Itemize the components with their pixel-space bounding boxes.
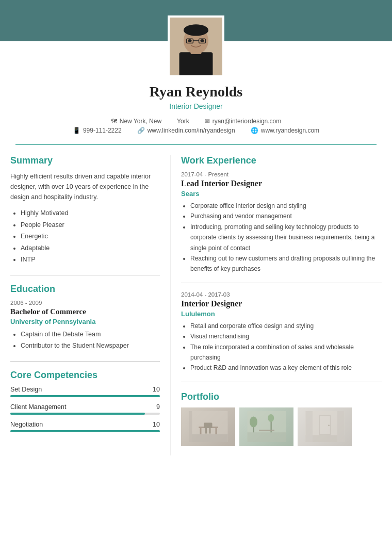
- portfolio-title: Portfolio: [181, 391, 382, 402]
- contact-email: ✉ ryan@interiordesign.com: [205, 118, 282, 125]
- full-name: Ryan Reynolds: [0, 84, 392, 100]
- competency-set-design: Set Design 10: [10, 386, 160, 397]
- competency-set-design-bar-fill: [10, 395, 160, 397]
- portfolio-divider: [181, 382, 382, 382]
- work-bullets-1: Corporate office interior design and sty…: [181, 201, 382, 274]
- work-company-2: Lululemon: [181, 310, 382, 318]
- location-icon: 🗺: [111, 118, 117, 125]
- work-dates-1: 2017-04 - Present: [181, 171, 382, 177]
- svg-rect-29: [305, 411, 313, 442]
- contact-location: 🗺 New York, New: [111, 118, 161, 125]
- trait-3: Energetic: [21, 231, 160, 242]
- svg-point-22: [250, 417, 257, 428]
- svg-rect-18: [209, 428, 210, 434]
- svg-rect-25: [259, 430, 274, 431]
- svg-point-9: [200, 39, 204, 42]
- edu-school: University of Pennsylvania: [10, 318, 160, 325]
- phone-text: 999-111-2222: [83, 127, 122, 134]
- competency-client-mgmt: Client Management 9: [10, 403, 160, 415]
- contact-location-text2: York: [177, 118, 189, 125]
- name-section: Ryan Reynolds Interior Designer: [0, 77, 392, 113]
- email-icon: ✉: [205, 118, 210, 125]
- svg-rect-11: [189, 434, 227, 442]
- website-icon: 🌐: [251, 127, 258, 134]
- svg-rect-16: [204, 423, 213, 429]
- avatar: [168, 15, 224, 77]
- work-bullet-2-3: The role incorporated a combination of s…: [190, 342, 382, 363]
- work-bullet-1-3: Introducing, promoting and selling key t…: [190, 222, 382, 253]
- summary-text: Highly efficient results driven and capa…: [10, 171, 160, 202]
- linkedin-icon: 🔗: [137, 127, 145, 134]
- trait-1: Highly Motivated: [21, 207, 160, 219]
- competency-set-design-bar-bg: [10, 395, 160, 397]
- work-bullet-1-4: Reaching out to new customers and drafti…: [190, 253, 382, 274]
- svg-rect-14: [200, 428, 201, 434]
- education-section: Education 2006 - 2009 Bachelor of Commer…: [10, 284, 160, 352]
- svg-rect-17: [205, 428, 207, 434]
- svg-point-24: [268, 414, 274, 422]
- edu-activity-2: Contributor to the Student Newspaper: [21, 340, 160, 352]
- edu-activities: Captain of the Debate Team Contributor t…: [10, 329, 160, 352]
- svg-point-33: [328, 425, 330, 426]
- work-experience-title: Work Experience: [181, 155, 382, 166]
- contact-location-text: New York, New: [120, 118, 161, 125]
- edu-activity-1: Captain of the Debate Team: [21, 329, 160, 340]
- website-text: www.ryandesign.com: [261, 127, 319, 134]
- portfolio-image-1: [181, 407, 235, 446]
- edu-degree: Bachelor of Commerce: [10, 307, 160, 316]
- work-bullet-2-4: Product R&D and innovation was a key ele…: [190, 363, 382, 373]
- edu-dates: 2006 - 2009: [10, 300, 160, 306]
- left-column: Summary Highly efficient results driven …: [10, 155, 170, 455]
- main-divider: [15, 144, 377, 145]
- phone-icon: 📱: [73, 127, 80, 134]
- education-title: Education: [10, 284, 160, 295]
- competency-negotiation-label: Negotiation 10: [10, 421, 160, 428]
- trait-5: INTP: [21, 254, 160, 266]
- competency-negotiation-bar-fill: [10, 430, 160, 432]
- portfolio-image-2: [239, 407, 293, 446]
- job-title: Interior Designer: [0, 102, 392, 110]
- work-entry-2: 2014-04 - 2017-03 Interior Designer Lulu…: [181, 291, 382, 373]
- contact-row-1: 🗺 New York, New York ✉ ryan@interiordesi…: [111, 118, 282, 125]
- education-divider: [10, 361, 160, 362]
- competency-client-mgmt-bar-bg: [10, 413, 160, 415]
- competencies-section: Core Competencies Set Design 10 Client M…: [10, 370, 160, 432]
- work-divider: [181, 283, 382, 283]
- trait-2: People Pleaser: [21, 219, 160, 231]
- summary-divider: [10, 275, 160, 275]
- summary-traits: Highly Motivated People Pleaser Energeti…: [10, 207, 160, 266]
- svg-rect-15: [215, 428, 217, 434]
- work-bullet-1-1: Corporate office interior design and sty…: [190, 201, 382, 211]
- trait-4: Adaptable: [21, 242, 160, 254]
- portfolio-section: Portfolio: [181, 391, 382, 446]
- work-dates-2: 2014-04 - 2017-03: [181, 291, 382, 298]
- portfolio-images: [181, 407, 382, 446]
- competencies-title: Core Competencies: [10, 370, 160, 381]
- email-text: ryan@interiordesign.com: [213, 118, 282, 125]
- linkedin-text: www.linkedin.com/in/ryandesign: [148, 127, 235, 134]
- svg-point-4: [184, 24, 208, 36]
- competency-client-mgmt-label: Client Management 9: [10, 403, 160, 411]
- work-bullet-2-1: Retail and corporate office design and s…: [190, 321, 382, 331]
- svg-rect-20: [247, 432, 286, 442]
- work-bullets-2: Retail and corporate office design and s…: [181, 321, 382, 373]
- work-title-2: Interior Designer: [181, 299, 382, 308]
- contact-website: 🌐 www.ryandesign.com: [251, 127, 319, 134]
- svg-rect-12: [189, 411, 192, 442]
- svg-rect-1: [179, 52, 213, 75]
- competency-negotiation: Negotiation 10: [10, 421, 160, 432]
- svg-point-8: [188, 39, 191, 42]
- work-bullet-1-2: Purchasing and vendor management: [190, 211, 382, 221]
- main-content: Summary Highly efficient results driven …: [0, 155, 392, 455]
- avatar-wrapper: [0, 15, 392, 77]
- contact-location-2: York: [177, 118, 189, 125]
- contact-linkedin: 🔗 www.linkedin.com/in/ryandesign: [137, 127, 235, 134]
- work-title-1: Lead Interior Designer: [181, 179, 382, 188]
- contact-row-2: 📱 999-111-2222 🔗 www.linkedin.com/in/rya…: [73, 127, 319, 134]
- work-company-1: Sears: [181, 190, 382, 198]
- contact-phone: 📱 999-111-2222: [73, 127, 122, 134]
- svg-rect-30: [337, 411, 345, 442]
- competency-set-design-label: Set Design 10: [10, 386, 160, 393]
- competency-client-mgmt-bar-fill: [10, 413, 145, 415]
- right-column: Work Experience 2017-04 - Present Lead I…: [170, 155, 382, 455]
